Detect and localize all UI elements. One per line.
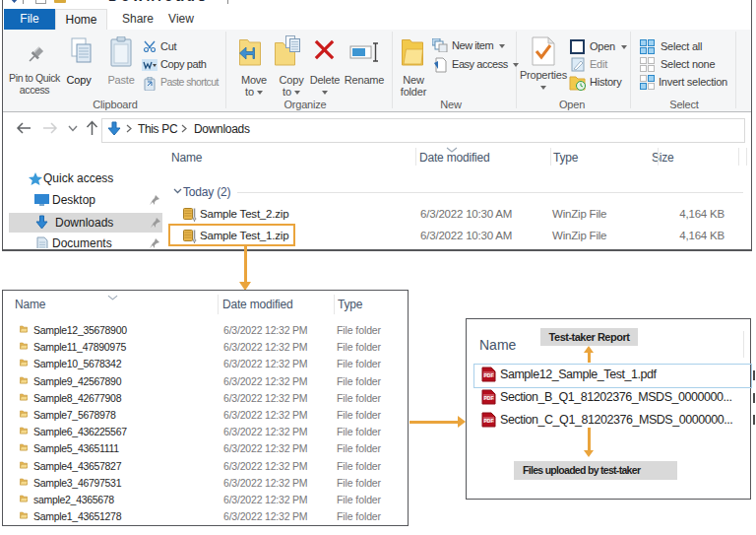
svg-text:PDF: PDF <box>484 418 494 424</box>
svg-text:PDF: PDF <box>484 395 494 401</box>
svg-text:PDF: PDF <box>484 372 494 378</box>
